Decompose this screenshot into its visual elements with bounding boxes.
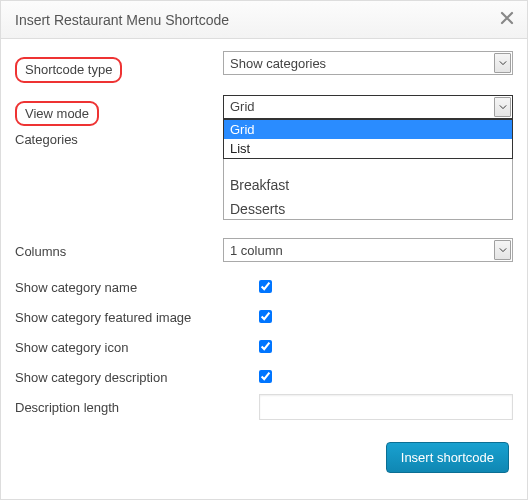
view-mode-option-list[interactable]: List xyxy=(224,139,512,158)
view-mode-select[interactable]: Grid xyxy=(223,95,513,119)
shortcode-type-value: Show categories xyxy=(230,56,326,71)
view-mode-dropdown: Grid List xyxy=(223,119,513,159)
columns-select[interactable]: 1 column xyxy=(223,238,513,262)
description-length-input[interactable] xyxy=(259,394,513,420)
close-icon[interactable] xyxy=(499,10,515,29)
show-category-icon-checkbox[interactable] xyxy=(259,340,272,353)
label-show-cat-name: Show category name xyxy=(15,274,223,295)
chevron-down-icon xyxy=(494,240,511,260)
show-category-name-checkbox[interactable] xyxy=(259,280,272,293)
chevron-down-icon xyxy=(494,53,511,73)
insert-shortcode-button[interactable]: Insert shortcode xyxy=(386,442,509,473)
dialog-body: Shortcode type Show categories View mode… xyxy=(1,39,527,487)
chevron-down-icon xyxy=(494,97,511,117)
label-categories: Categories xyxy=(15,132,78,147)
list-item[interactable]: Desserts xyxy=(224,197,512,220)
label-view-mode: View mode xyxy=(15,101,99,127)
dialog-titlebar: Insert Restaurant Menu Shortcode xyxy=(1,1,527,39)
label-show-cat-icon: Show category icon xyxy=(15,334,223,355)
dialog-title: Insert Restaurant Menu Shortcode xyxy=(15,12,499,28)
label-show-cat-image: Show category featured image xyxy=(15,304,223,325)
label-shortcode-type: Shortcode type xyxy=(15,57,122,83)
show-category-desc-checkbox[interactable] xyxy=(259,370,272,383)
show-category-image-checkbox[interactable] xyxy=(259,310,272,323)
view-mode-option-grid[interactable]: Grid xyxy=(224,120,512,139)
list-item[interactable]: Breakfast xyxy=(224,173,512,197)
label-columns: Columns xyxy=(15,238,223,259)
columns-value: 1 column xyxy=(230,243,283,258)
view-mode-value: Grid xyxy=(230,99,255,114)
label-show-cat-desc: Show category description xyxy=(15,364,223,385)
shortcode-type-select[interactable]: Show categories xyxy=(223,51,513,75)
label-desc-length: Description length xyxy=(15,394,223,415)
